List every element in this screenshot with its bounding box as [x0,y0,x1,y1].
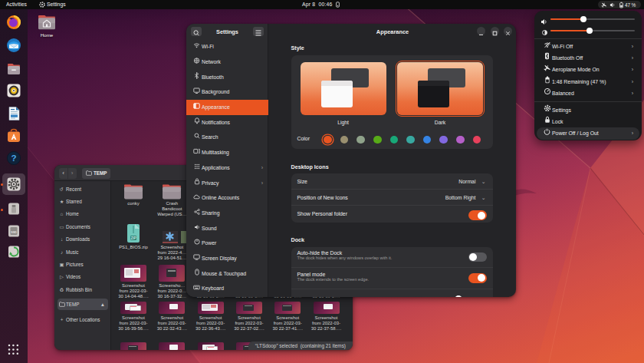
svg-text:SSD: SSD [11,231,17,234]
svg-text:?: ? [11,153,16,163]
svg-text:ZIP: ZIP [130,236,136,240]
